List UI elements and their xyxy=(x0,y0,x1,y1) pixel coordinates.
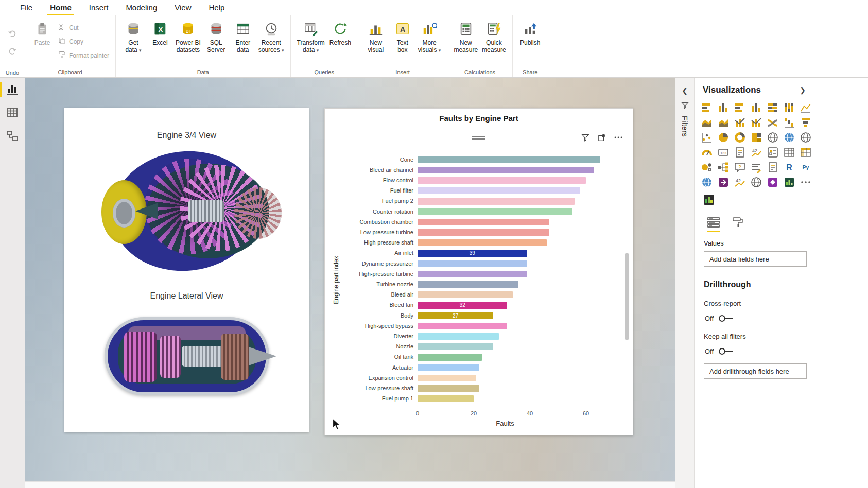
arcgis-map-icon[interactable] xyxy=(701,176,713,188)
menu-item-view[interactable]: View xyxy=(166,0,200,15)
menu-item-modeling[interactable]: Modeling xyxy=(117,0,166,15)
excel-button[interactable]: XExcel xyxy=(147,19,173,46)
scatter-chart-icon[interactable] xyxy=(701,131,713,144)
treemap-icon[interactable] xyxy=(750,131,762,144)
copy-button[interactable]: Copy xyxy=(58,37,109,46)
more-visuals-button[interactable]: Morevisuals ▾ xyxy=(416,19,443,54)
bar-bleed-air-channel[interactable] xyxy=(418,167,594,174)
card-icon[interactable]: 123 xyxy=(717,146,730,159)
menu-item-insert[interactable]: Insert xyxy=(80,0,117,15)
clustered-column-chart-icon[interactable] xyxy=(750,101,762,114)
bar-fuel-pump-2[interactable] xyxy=(418,198,575,205)
stacked-bar-chart-icon[interactable] xyxy=(701,101,713,114)
bar-fuel-filter[interactable] xyxy=(418,187,580,195)
visual-engine-images[interactable]: Engine 3/4 View Engine Lateral View xyxy=(64,108,309,432)
more-options-icon[interactable] xyxy=(800,176,812,188)
matrix-icon[interactable] xyxy=(800,146,812,159)
menu-item-home[interactable]: Home xyxy=(41,0,80,15)
pie-chart-icon[interactable] xyxy=(717,131,730,144)
area-chart-icon[interactable] xyxy=(701,116,713,129)
bar-turbine-nozzle[interactable] xyxy=(418,281,518,288)
add-drillthrough-fields-well[interactable]: Add drillthrough fields here xyxy=(704,363,807,379)
kpi-icon[interactable]: 42 xyxy=(750,146,762,159)
bar-counter-rotation[interactable] xyxy=(418,208,572,215)
multi-row-card-icon[interactable] xyxy=(734,146,746,159)
qa-visual-icon[interactable]: ? xyxy=(734,161,746,173)
bar-air-inlet[interactable]: 39 xyxy=(418,250,527,257)
bar-bleed-fan[interactable]: 32 xyxy=(418,302,507,309)
expand-filters-chevron-icon[interactable]: ❮ xyxy=(675,83,694,98)
data-view-button[interactable] xyxy=(0,101,25,125)
menu-item-file[interactable]: File xyxy=(11,0,41,15)
azure-map-icon[interactable] xyxy=(750,176,762,188)
model-view-button[interactable] xyxy=(0,125,25,149)
filters-funnel-icon[interactable] xyxy=(675,98,694,112)
keep-all-filters-toggle[interactable] xyxy=(719,348,733,355)
bar-high-pressure-turbine[interactable] xyxy=(418,271,527,278)
new-measure-button[interactable]: Newmeasure xyxy=(452,19,480,54)
stacked-area-chart-icon[interactable] xyxy=(717,116,730,129)
metrics-icon[interactable]: 42 xyxy=(734,176,746,188)
publish-button[interactable]: Publish xyxy=(517,19,544,46)
bar-low-pressure-turbine[interactable] xyxy=(418,229,549,236)
gauge-icon[interactable] xyxy=(701,146,713,159)
100-stacked-column-chart-icon[interactable] xyxy=(783,101,795,114)
funnel-chart-icon[interactable] xyxy=(800,116,812,129)
report-view-button[interactable] xyxy=(0,78,25,101)
map-icon[interactable] xyxy=(767,131,779,144)
shape-map-icon[interactable] xyxy=(800,131,812,144)
collapse-visualizations-chevron-icon[interactable]: ❯ xyxy=(797,86,808,94)
key-influencers-icon[interactable] xyxy=(701,161,713,173)
paginated-report-icon[interactable] xyxy=(767,161,779,173)
bar-flow-control[interactable] xyxy=(418,177,586,184)
power-automate-icon[interactable] xyxy=(717,176,730,188)
add-data-fields-well[interactable]: Add data fields here xyxy=(704,251,807,267)
slicer-icon[interactable] xyxy=(767,146,779,159)
bar-cone[interactable] xyxy=(418,156,600,163)
menu-item-help[interactable]: Help xyxy=(200,0,234,15)
line-and-stacked-column-chart-icon[interactable] xyxy=(734,116,746,129)
visual-faults-chart[interactable]: Faults by Engine Part Engine part index … xyxy=(324,108,633,435)
recent-sources-button[interactable]: Recentsources ▾ xyxy=(256,19,286,54)
undo-icon[interactable] xyxy=(8,25,17,42)
bar-nozzle[interactable] xyxy=(418,343,493,351)
100-stacked-bar-chart-icon[interactable] xyxy=(767,101,779,114)
donut-chart-icon[interactable] xyxy=(734,131,746,144)
format-tab[interactable] xyxy=(732,216,744,232)
custom-visual-icon[interactable] xyxy=(783,176,795,188)
bar-high-pressure-shaft[interactable] xyxy=(418,239,547,247)
refresh-button[interactable]: Refresh xyxy=(327,19,354,46)
new-visual-button[interactable]: Newvisual xyxy=(362,19,389,54)
bar-combustion-chamber[interactable] xyxy=(418,219,549,226)
bar-oil-tank[interactable] xyxy=(418,354,482,361)
redo-icon[interactable] xyxy=(8,42,17,60)
r-script-visual-icon[interactable]: R xyxy=(783,161,795,173)
bar-bleed-air[interactable] xyxy=(418,291,513,299)
power-apps-icon[interactable] xyxy=(767,176,779,188)
fields-tab[interactable] xyxy=(707,216,720,232)
cross-report-toggle[interactable] xyxy=(719,315,733,322)
quick-measure-button[interactable]: Quickmeasure xyxy=(480,19,508,54)
ribbon-chart-icon[interactable] xyxy=(767,116,779,129)
decomposition-tree-icon[interactable] xyxy=(717,161,730,173)
bar-fuel-pump-1[interactable] xyxy=(418,395,474,403)
imported-custom-visual[interactable] xyxy=(703,194,868,208)
clustered-bar-chart-icon[interactable] xyxy=(734,101,746,114)
line-and-clustered-column-chart-icon[interactable] xyxy=(750,116,762,129)
smart-narrative-icon[interactable] xyxy=(750,161,762,173)
filled-map-icon[interactable] xyxy=(783,131,795,144)
bar-diverter[interactable] xyxy=(418,333,499,340)
transform-data-button[interactable]: Transformdata ▾ xyxy=(295,19,327,54)
stacked-column-chart-icon[interactable] xyxy=(717,101,730,114)
line-chart-icon[interactable] xyxy=(800,101,812,114)
cut-button[interactable]: Cut xyxy=(58,23,109,32)
chart-vertical-scrollbar[interactable] xyxy=(625,253,629,340)
paste-button[interactable]: Paste xyxy=(29,19,56,46)
horizontal-scrollbar[interactable] xyxy=(25,481,675,488)
report-canvas[interactable]: Engine 3/4 View Engine Lateral View xyxy=(25,78,675,488)
bar-high-speed-bypass[interactable] xyxy=(418,323,507,330)
power-bi-datasets-button[interactable]: BIPower BIdatasets xyxy=(173,19,203,54)
enter-data-button[interactable]: Enterdata xyxy=(230,19,256,54)
filters-pane-title[interactable]: Filters xyxy=(681,116,689,137)
bar-body[interactable]: 27 xyxy=(418,312,493,319)
